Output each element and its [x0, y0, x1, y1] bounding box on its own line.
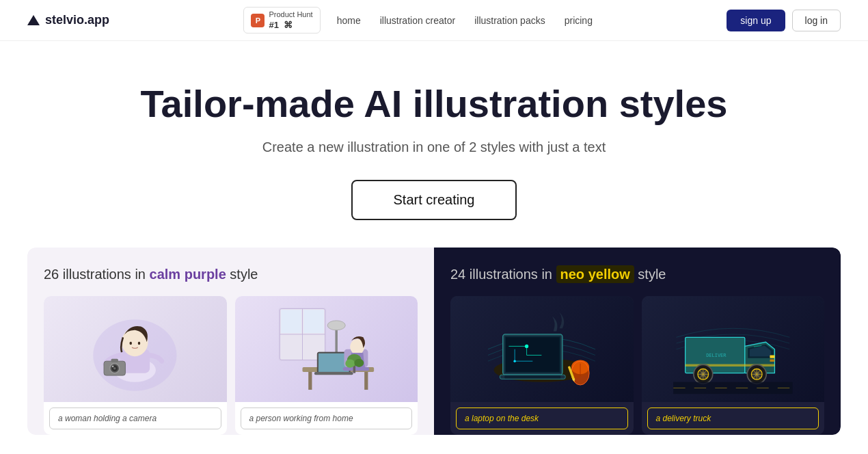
- panel-neo-yellow: 24 illustrations in neo yellow style: [434, 248, 841, 435]
- panel-left-count: 26: [44, 267, 59, 282]
- svg-rect-55: [770, 360, 774, 362]
- svg-rect-27: [343, 367, 369, 371]
- ph-info: Product Hunt #1 ⌘: [269, 10, 312, 29]
- panel-left-text-before: illustrations in: [63, 267, 150, 282]
- nav-home[interactable]: home: [337, 15, 361, 26]
- illus-desk-label: a person working from home: [241, 408, 413, 429]
- svg-point-31: [345, 360, 355, 368]
- svg-point-43: [514, 360, 516, 362]
- svg-rect-10: [111, 359, 118, 362]
- illus-camera-image: [44, 296, 227, 402]
- panel-right-title: 24 illustrations in neo yellow style: [450, 267, 824, 282]
- panel-left-title: 26 illustrations in calm purple style: [44, 267, 418, 282]
- svg-point-4: [130, 342, 132, 345]
- product-hunt-logo: P: [251, 14, 265, 27]
- svg-rect-36: [506, 337, 559, 372]
- illus-laptop-image: [450, 296, 634, 402]
- hero-subtitle: Create a new illustration in one of 2 st…: [14, 139, 854, 155]
- illus-truck-label: a delivery truck: [647, 408, 819, 429]
- panel-left-style-name: calm purple: [150, 267, 226, 282]
- brand-name: stelvio.app: [45, 13, 109, 27]
- logo-triangle-icon: [27, 15, 40, 25]
- panel-left-images: a woman holding a camera: [44, 296, 418, 435]
- svg-rect-16: [281, 310, 301, 333]
- illus-card-laptop: a laptop on the desk: [450, 296, 634, 435]
- signup-button[interactable]: sign up: [727, 10, 785, 31]
- svg-rect-45: [505, 375, 561, 378]
- navbar: stelvio.app P Product Hunt #1 ⌘ home ill…: [0, 0, 868, 41]
- illus-card-truck: DELIVER a delivery truck: [642, 296, 825, 435]
- panel-right-style-name: neo yellow: [556, 265, 634, 283]
- illus-laptop-label: a laptop on the desk: [456, 408, 628, 429]
- gallery: 26 illustrations in calm purple style: [27, 248, 841, 435]
- panel-right-images: a laptop on the desk: [450, 296, 824, 435]
- svg-point-19: [327, 321, 345, 330]
- hero-title: Tailor-made AI illustration styles: [14, 82, 854, 126]
- panel-calm-purple: 26 illustrations in calm purple style: [27, 248, 434, 435]
- product-hunt-badge[interactable]: P Product Hunt #1 ⌘: [243, 7, 320, 33]
- svg-point-5: [138, 342, 140, 345]
- illus-card-desk: a person working from home: [235, 296, 418, 435]
- svg-rect-71: [673, 382, 792, 394]
- svg-text:DELIVER: DELIVER: [706, 353, 727, 358]
- nav-pricing[interactable]: pricing: [565, 15, 593, 26]
- hero-section: Tailor-made AI illustration styles Creat…: [0, 41, 868, 248]
- svg-rect-17: [303, 310, 324, 333]
- illus-desk-image: [235, 296, 418, 402]
- svg-point-32: [354, 359, 364, 367]
- nav-illustration-packs[interactable]: illustration packs: [474, 15, 545, 26]
- nav-actions: sign up log in: [727, 10, 841, 31]
- svg-point-11: [112, 366, 114, 368]
- panel-right-count: 24: [450, 267, 465, 282]
- svg-rect-54: [770, 356, 774, 358]
- ph-label: Product Hunt: [269, 10, 312, 19]
- illus-truck-image: DELIVER: [642, 296, 825, 402]
- login-button[interactable]: log in: [792, 10, 841, 31]
- illus-camera-label: a woman holding a camera: [49, 408, 221, 429]
- panel-right-text-before: illustrations in: [470, 267, 556, 282]
- svg-rect-21: [308, 372, 312, 390]
- panel-right-text-after: style: [638, 267, 666, 282]
- svg-rect-25: [314, 372, 353, 375]
- nav-center: P Product Hunt #1 ⌘ home illustration cr…: [243, 7, 592, 33]
- panel-left-text-after: style: [230, 267, 258, 282]
- nav-illustration-creator[interactable]: illustration creator: [380, 15, 456, 26]
- svg-rect-22: [364, 372, 368, 390]
- nav-links: home illustration creator illustration p…: [337, 15, 593, 26]
- svg-point-9: [113, 367, 116, 369]
- svg-point-42: [525, 345, 528, 348]
- brand-logo[interactable]: stelvio.app: [27, 13, 109, 27]
- illus-card-camera: a woman holding a camera: [44, 296, 227, 435]
- start-creating-button[interactable]: Start creating: [351, 180, 517, 220]
- ph-rank: #1 ⌘: [269, 20, 312, 30]
